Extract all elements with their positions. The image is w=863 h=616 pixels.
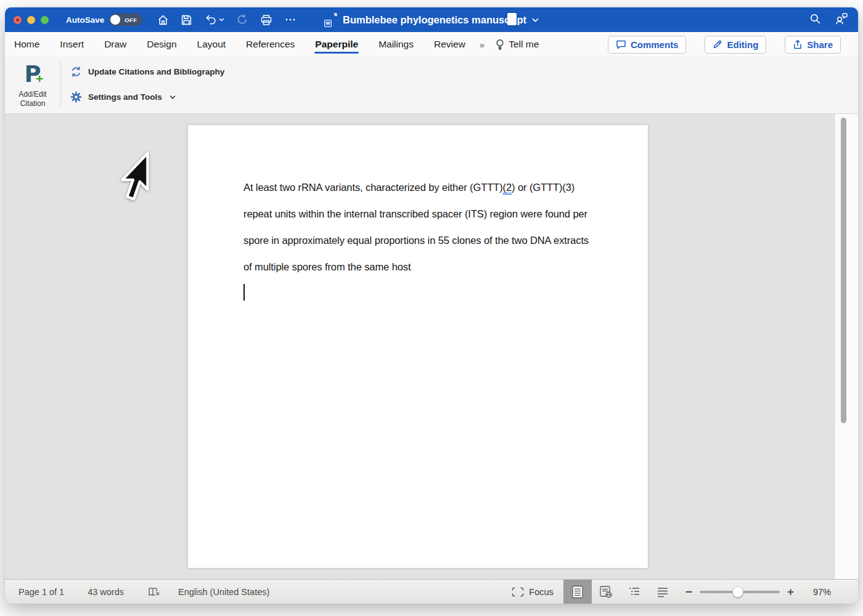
add-edit-citation-button[interactable]: P+ Add/Edit Citation <box>12 60 53 108</box>
presence-icon[interactable] <box>835 12 848 27</box>
settings-and-tools-button[interactable]: Settings and Tools <box>70 91 176 103</box>
document-canvas: At least two rRNA variants, characterize… <box>5 114 858 579</box>
web-layout-view-button[interactable] <box>592 580 620 604</box>
toggle-knob <box>110 15 120 25</box>
document-title-menu[interactable]: W Bumblebee phylogenetics manuscript <box>324 7 539 32</box>
vertical-scrollbar[interactable] <box>835 114 858 579</box>
scrollbar-thumb[interactable] <box>841 118 846 423</box>
comments-button[interactable]: Comments <box>608 36 687 54</box>
outline-view-button[interactable] <box>620 580 648 604</box>
tab-layout[interactable]: Layout <box>197 33 227 55</box>
ribbon-group-divider <box>60 62 61 107</box>
zoom-in-button[interactable]: + <box>783 585 798 599</box>
status-bar: Page 1 of 1 43 words English (United Sta… <box>5 579 858 604</box>
tab-mailings[interactable]: Mailings <box>378 33 414 55</box>
tab-review[interactable]: Review <box>433 33 466 55</box>
close-button[interactable] <box>14 16 22 24</box>
paperpile-logo-icon: P+ <box>12 60 53 89</box>
zoom-out-button[interactable]: − <box>682 585 696 599</box>
zoom-percentage[interactable]: 97% <box>803 587 831 597</box>
pencil-icon <box>713 39 722 49</box>
refresh-icon <box>70 66 82 78</box>
share-icon <box>793 39 803 50</box>
tab-paperpile[interactable]: Paperpile <box>314 33 359 55</box>
save-icon[interactable] <box>181 14 192 26</box>
print-layout-icon <box>571 585 584 599</box>
autosave-state: OFF <box>120 17 141 23</box>
grammar-flagged-text[interactable]: (2 <box>503 182 512 193</box>
tab-references[interactable]: References <box>245 33 295 55</box>
page-indicator[interactable]: Page 1 of 1 <box>18 587 64 597</box>
focus-icon <box>512 587 524 597</box>
tell-me-button[interactable]: Tell me <box>496 39 539 51</box>
document-text: At least two rRNA variants, characterize… <box>243 174 589 280</box>
doc-line-2[interactable]: repeat units within the internal transcr… <box>243 201 589 227</box>
language-status[interactable]: English (United States) <box>178 587 269 597</box>
comment-icon <box>616 39 626 49</box>
share-button[interactable]: Share <box>785 36 841 54</box>
paperpile-ribbon: P+ Add/Edit Citation Update Citations an… <box>5 57 858 114</box>
editing-button[interactable]: Editing <box>705 36 766 54</box>
text-caret <box>243 284 245 301</box>
print-icon[interactable] <box>260 14 272 26</box>
document-page[interactable]: At least two rRNA variants, characterize… <box>188 125 648 568</box>
add-edit-citation-label: Add/Edit Citation <box>12 90 53 108</box>
autosave-label: AutoSave <box>66 15 104 25</box>
chevron-down-icon <box>170 95 176 100</box>
draft-view-button[interactable] <box>648 580 677 604</box>
search-icon[interactable] <box>809 13 821 27</box>
tab-home[interactable]: Home <box>14 33 40 55</box>
undo-icon[interactable] <box>204 14 217 26</box>
zoom-window-button[interactable] <box>41 16 49 24</box>
mouse-cursor <box>115 152 149 203</box>
draft-view-icon <box>656 586 669 598</box>
zoom-slider-thumb[interactable] <box>732 586 743 598</box>
focus-button[interactable]: Focus <box>512 587 554 597</box>
undo-dropdown-chevron[interactable] <box>219 17 224 22</box>
minimize-button[interactable] <box>27 16 35 24</box>
tab-draw[interactable]: Draw <box>104 33 127 55</box>
traffic-lights <box>14 16 49 24</box>
title-chevron-down-icon <box>532 17 539 23</box>
print-layout-view-button[interactable] <box>563 580 592 604</box>
autosave-toggle[interactable]: OFF <box>109 14 142 26</box>
doc-line-3[interactable]: spore in approximately equal proportions… <box>243 227 589 254</box>
ribbon-tab-row: Home Insert Draw Design Layout Reference… <box>5 32 858 57</box>
gear-icon <box>70 91 82 103</box>
titlebar: AutoSave OFF W Bumblebee phylogenetics m… <box>5 7 858 32</box>
tab-design[interactable]: Design <box>146 33 177 55</box>
web-layout-icon <box>599 585 613 599</box>
document-title: Bumblebee phylogenetics manuscript <box>343 14 526 26</box>
update-citations-button[interactable]: Update Citations and Bibliography <box>70 66 224 78</box>
tab-insert[interactable]: Insert <box>59 33 84 55</box>
doc-line-1[interactable]: At least two rRNA variants, characterize… <box>243 174 589 201</box>
lightbulb-icon <box>496 39 504 51</box>
zoom-slider[interactable] <box>700 586 780 598</box>
word-doc-icon: W <box>324 13 337 27</box>
more-icon[interactable] <box>284 14 297 25</box>
active-tab-underline <box>314 52 359 54</box>
home-icon[interactable] <box>157 14 169 26</box>
redo-icon <box>236 14 248 26</box>
proofing-status-icon[interactable] <box>147 586 161 598</box>
tab-overflow-chevron[interactable]: » <box>480 39 483 50</box>
word-count[interactable]: 43 words <box>88 587 124 597</box>
word-window: AutoSave OFF W Bumblebee phylogenetics m… <box>5 7 858 604</box>
doc-line-4[interactable]: of multiple spores from the same host <box>243 254 589 280</box>
outline-view-icon <box>628 586 641 598</box>
